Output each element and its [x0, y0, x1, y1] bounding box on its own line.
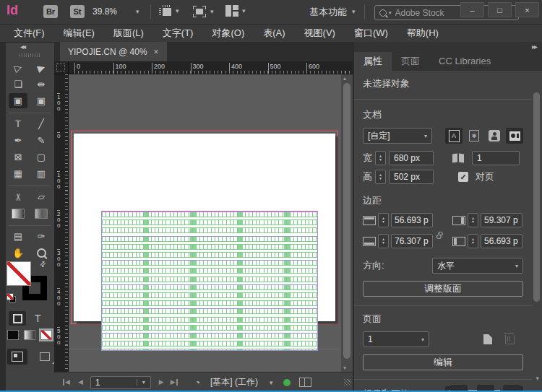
- margin-top-stepper[interactable]: ▴▾: [378, 213, 389, 227]
- close-button[interactable]: ×: [515, 2, 539, 17]
- height-stepper[interactable]: ▴▾: [375, 170, 386, 184]
- page-number-chevron-icon[interactable]: ▾: [137, 379, 150, 386]
- gradient-feather-tool[interactable]: [32, 206, 51, 221]
- adjust-layout-button[interactable]: 调整版面: [363, 281, 523, 297]
- apply-gradient-button[interactable]: [24, 330, 35, 340]
- layout-grid[interactable]: [101, 211, 318, 351]
- eyedropper-tool[interactable]: ✑: [32, 229, 51, 244]
- page[interactable]: [74, 134, 335, 321]
- page-number-dropdown[interactable]: ▾: [90, 376, 151, 389]
- scroll-up-icon[interactable]: ▴: [343, 75, 346, 82]
- default-fill-stroke-icon[interactable]: [7, 293, 16, 302]
- page-tool[interactable]: ❏: [9, 77, 27, 92]
- menu-item-4[interactable]: 对象(O): [202, 25, 254, 42]
- type-tool[interactable]: T: [9, 116, 27, 131]
- margin-bottom-stepper[interactable]: ▴▾: [378, 234, 389, 248]
- alternate-layout-button[interactable]: [506, 128, 523, 144]
- new-page-icon[interactable]: [483, 334, 492, 344]
- menu-item-6[interactable]: 视图(V): [295, 25, 345, 42]
- zoom-level-value[interactable]: 39.8%: [93, 6, 117, 17]
- panel-tab-页面[interactable]: 页面: [392, 52, 429, 71]
- ruler-origin[interactable]: [54, 61, 69, 74]
- bridge-button[interactable]: Br: [43, 5, 58, 18]
- line-tool[interactable]: ╱: [32, 116, 51, 131]
- horizontal-grid-tool[interactable]: ▦: [9, 166, 27, 181]
- frame-tool[interactable]: ⊠: [9, 149, 27, 165]
- margin-outside-input[interactable]: [481, 213, 522, 227]
- apply-none-button[interactable]: [40, 330, 52, 340]
- hidden-row-button[interactable]: [477, 385, 494, 392]
- content-collector-tool[interactable]: ▣: [9, 93, 27, 108]
- height-input[interactable]: [389, 170, 434, 184]
- content-placer-tool[interactable]: ▣: [32, 93, 51, 108]
- hand-tool[interactable]: ✋: [9, 245, 27, 261]
- zoom-tool[interactable]: [32, 245, 51, 261]
- fill-swatch-none[interactable]: [7, 261, 31, 286]
- document-tab[interactable]: YIPOJIE.CN @ 40% ×: [60, 42, 167, 61]
- selection-tool[interactable]: ▷: [9, 60, 27, 75]
- screen-mode-dropdown[interactable]: ▾: [192, 5, 214, 18]
- margin-inside-stepper[interactable]: ▴▾: [468, 234, 478, 248]
- normal-view-mode-button[interactable]: [7, 349, 27, 365]
- menu-item-7[interactable]: 窗口(W): [345, 25, 397, 42]
- scroll-down-icon[interactable]: ▾: [343, 365, 346, 371]
- workspace-chevron-icon[interactable]: ▾: [352, 8, 356, 15]
- stock-button[interactable]: St: [70, 5, 85, 18]
- vertical-grid-tool[interactable]: ▥: [32, 166, 51, 181]
- pasteboard[interactable]: [69, 74, 341, 372]
- panel-scrollbar-thumb[interactable]: [533, 92, 540, 302]
- panel-tab-属性[interactable]: 属性: [354, 52, 392, 71]
- zoom-level-chevron-icon[interactable]: ▾: [136, 8, 139, 15]
- last-page-button[interactable]: ▶: [171, 379, 178, 386]
- preflight-chevron-icon[interactable]: ▾: [270, 379, 273, 386]
- pencil-tool[interactable]: ✎: [32, 133, 51, 148]
- menu-item-8[interactable]: 帮助(H): [397, 25, 448, 42]
- current-page-dropdown[interactable]: 1 ▾: [363, 331, 429, 347]
- a-master-toggle-button[interactable]: A: [445, 128, 463, 144]
- direct-selection-tool[interactable]: ▶: [32, 60, 51, 75]
- page-number-input[interactable]: [91, 378, 137, 388]
- width-input[interactable]: [389, 151, 434, 165]
- margin-bottom-input[interactable]: [391, 234, 433, 248]
- panel-scroll-down-icon[interactable]: ▾: [535, 375, 539, 382]
- apply-color-button[interactable]: [7, 330, 19, 340]
- free-transform-tool[interactable]: ▱: [32, 189, 51, 204]
- rectangle-tool[interactable]: ▢: [32, 149, 51, 165]
- formatting-affects-text-button[interactable]: T: [35, 313, 41, 324]
- formatting-affects-container-button[interactable]: [9, 311, 26, 326]
- preview-mode-button[interactable]: [35, 349, 55, 365]
- arrange-documents-dropdown[interactable]: ▾: [225, 5, 246, 17]
- vertical-ruler[interactable]: 1000100200300400500: [54, 74, 69, 372]
- view-options-dropdown[interactable]: ▾: [159, 5, 179, 17]
- menu-item-5[interactable]: 表(A): [254, 25, 294, 42]
- next-page-button[interactable]: ▶: [159, 379, 164, 386]
- tab-close-icon[interactable]: ×: [154, 47, 159, 57]
- minimize-button[interactable]: –: [460, 2, 484, 17]
- gradient-swatch-tool[interactable]: [9, 206, 27, 221]
- panel-drag-handle[interactable]: [20, 53, 41, 57]
- hidden-row-button[interactable]: [450, 385, 468, 392]
- menu-item-1[interactable]: 编辑(E): [54, 25, 104, 42]
- scissors-tool[interactable]: ✂: [9, 189, 27, 204]
- search-scope-chevron-icon[interactable]: ▾: [389, 10, 392, 16]
- collapse-panel-icon[interactable]: ▸▸: [532, 43, 536, 51]
- accessibility-button[interactable]: [486, 128, 503, 144]
- margin-inside-input[interactable]: [481, 234, 522, 248]
- horizontal-ruler[interactable]: 0100200300400500600: [69, 61, 353, 74]
- menu-item-0[interactable]: 文件(F): [4, 25, 54, 42]
- spread-view-icon[interactable]: [299, 378, 311, 387]
- note-tool[interactable]: ▤: [9, 229, 27, 244]
- scrollbar-thumb[interactable]: [343, 83, 350, 359]
- gap-tool[interactable]: ⇹: [32, 77, 51, 92]
- workspace-switcher[interactable]: 基本功能: [309, 6, 347, 19]
- preflight-menu-icon[interactable]: ◔: [195, 378, 200, 388]
- width-stepper[interactable]: ▴▾: [375, 151, 386, 165]
- margin-top-input[interactable]: [391, 213, 433, 227]
- pen-tool[interactable]: ✒: [9, 133, 27, 148]
- menu-item-3[interactable]: 文字(T): [153, 25, 203, 42]
- edit-pages-button[interactable]: 编辑: [363, 354, 523, 370]
- collapse-panel-icon[interactable]: ◂◂: [20, 43, 25, 51]
- delete-page-icon[interactable]: [505, 335, 515, 344]
- page-count-input[interactable]: [472, 151, 520, 165]
- vertical-scrollbar[interactable]: ▴ ▾: [341, 74, 353, 372]
